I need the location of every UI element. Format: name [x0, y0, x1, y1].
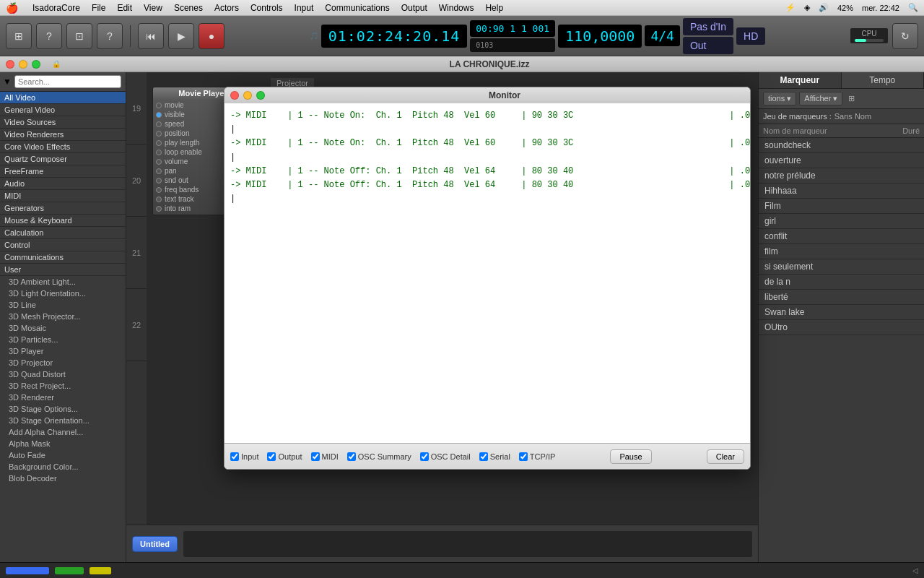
marker-si-seulement[interactable]: si seulement: [759, 259, 924, 275]
marker-notre-prelude[interactable]: notre prélude: [759, 168, 924, 184]
category-freeframe[interactable]: FreeFrame: [0, 165, 126, 178]
marker-de-la-n[interactable]: de la n: [759, 275, 924, 290]
actor-item-5[interactable]: 3D Particles...: [0, 334, 126, 345]
checkbox-input[interactable]: Input: [230, 452, 258, 461]
actor-item-3[interactable]: 3D Mesh Projector...: [0, 311, 126, 322]
actor-search-input[interactable]: [14, 75, 121, 88]
checkbox-osc-detail[interactable]: OSC Detail: [420, 452, 471, 461]
osc-detail-checkbox[interactable]: [420, 452, 429, 461]
menu-communications[interactable]: Communications: [325, 3, 389, 13]
actor-item-13[interactable]: Add Alpha Channel...: [0, 426, 126, 438]
menu-input[interactable]: Input: [295, 3, 314, 13]
actor-item-16[interactable]: Background Color...: [0, 461, 126, 473]
marker-outro[interactable]: OUtro: [759, 320, 924, 335]
pause-button[interactable]: Pause: [610, 449, 651, 464]
menu-file[interactable]: File: [92, 3, 105, 13]
input-checkbox[interactable]: [230, 452, 239, 461]
minimize-btn[interactable]: [19, 60, 27, 69]
category-video-sources[interactable]: Video Sources: [0, 116, 126, 129]
actor-item-17[interactable]: Blob Decoder: [0, 473, 126, 484]
menu-help[interactable]: Help: [485, 3, 503, 13]
toolbar-btn-3[interactable]: ⊡: [66, 23, 92, 49]
actor-item-12[interactable]: 3D Stage Orientation...: [0, 415, 126, 426]
toolbar-btn-rec[interactable]: ●: [199, 23, 225, 49]
checkbox-osc-summary[interactable]: OSC Summary: [347, 452, 411, 461]
category-mouse-keyboard[interactable]: Mouse & Keyboard: [0, 215, 126, 227]
tab-marqueur[interactable]: Marqueur: [759, 72, 842, 88]
checkbox-tcpip[interactable]: TCP/IP: [519, 452, 555, 461]
close-btn[interactable]: [6, 60, 14, 69]
category-all-video[interactable]: All Video: [0, 92, 126, 104]
checkbox-midi[interactable]: MIDI: [311, 452, 339, 461]
category-generators[interactable]: Generators: [0, 202, 126, 215]
marker-girl[interactable]: girl: [759, 214, 924, 229]
monitor-minimize-btn[interactable]: [243, 91, 252, 100]
tab-tempo[interactable]: Tempo: [842, 72, 925, 88]
category-user[interactable]: User: [0, 264, 126, 276]
actor-item-10[interactable]: 3D Renderer: [0, 392, 126, 403]
toolbar-btn-4[interactable]: ?: [97, 23, 123, 49]
category-control[interactable]: Control: [0, 239, 126, 251]
maximize-btn[interactable]: [32, 60, 40, 69]
toolbar-refresh[interactable]: ↻: [892, 23, 918, 49]
osc-summary-checkbox[interactable]: [347, 452, 356, 461]
apple-menu[interactable]: 🍎: [6, 2, 18, 14]
menu-scenes[interactable]: Scenes: [174, 3, 203, 13]
menu-controls[interactable]: Controls: [250, 3, 283, 13]
serial-checkbox[interactable]: [479, 452, 488, 461]
category-calculation[interactable]: Calculation: [0, 227, 126, 239]
port-label-snd-out: snd out: [165, 176, 188, 184]
toolbar-btn-head[interactable]: ⏮: [138, 23, 164, 49]
options-btn[interactable]: tions ▾: [763, 92, 796, 105]
toolbar-btn-2[interactable]: ?: [36, 23, 62, 49]
marker-ouverture[interactable]: ouverture: [759, 153, 924, 168]
actor-item-9[interactable]: 3D Rect Project...: [0, 380, 126, 392]
marker-conflit[interactable]: conflit: [759, 229, 924, 244]
menu-windows[interactable]: Windows: [439, 3, 474, 13]
tcpip-checkbox[interactable]: [519, 452, 528, 461]
scene-untitled-btn[interactable]: Untitled: [132, 536, 178, 552]
marker-swan-lake[interactable]: Swan lake: [759, 305, 924, 320]
category-midi[interactable]: MIDI: [0, 190, 126, 202]
midi-checkbox[interactable]: [311, 452, 320, 461]
toolbar-btn-1[interactable]: ⊞: [6, 23, 32, 49]
clear-button[interactable]: Clear: [707, 449, 744, 464]
monitor-maximize-btn[interactable]: [256, 91, 265, 100]
output-checkbox[interactable]: [267, 452, 276, 461]
actor-item-8[interactable]: 3D Quad Distort: [0, 368, 126, 380]
actor-item-15[interactable]: Auto Fade: [0, 449, 126, 461]
monitor-content[interactable]: -> MIDI | 1 -- Note On: Ch. 1 Pitch 48 V…: [225, 103, 750, 443]
category-audio[interactable]: Audio: [0, 178, 126, 190]
log-line-5: -> MIDI | 1 -- Note Off: Ch. 1 Pitch 48 …: [230, 178, 744, 192]
actor-item-7[interactable]: 3D Projector: [0, 357, 126, 368]
category-general-video[interactable]: General Video: [0, 104, 126, 116]
toolbar-btn-play[interactable]: ▶: [168, 23, 194, 49]
menubar-search[interactable]: 🔍: [908, 3, 918, 12]
actor-item-11[interactable]: 3D Stage Options...: [0, 403, 126, 415]
menu-output[interactable]: Output: [401, 3, 427, 13]
marker-hihhaaa[interactable]: Hihhaaa: [759, 184, 924, 199]
marker-film-1[interactable]: Film: [759, 199, 924, 214]
checkbox-output[interactable]: Output: [267, 452, 302, 461]
monitor-close-btn[interactable]: [230, 91, 239, 100]
time-sig-display: 4/4: [645, 25, 680, 46]
menu-actors[interactable]: Actors: [214, 3, 239, 13]
actor-item-1[interactable]: 3D Light Orientation...: [0, 288, 126, 299]
category-core-video-effects[interactable]: Core Video Effects: [0, 141, 126, 153]
menu-isadora[interactable]: IsadoraCore: [32, 3, 80, 13]
category-video-renderers[interactable]: Video Renderers: [0, 129, 126, 141]
marker-film-2[interactable]: film: [759, 244, 924, 259]
actor-item-14[interactable]: Alpha Mask: [0, 438, 126, 449]
category-quartz-composer[interactable]: Quartz Composer: [0, 153, 126, 165]
menu-view[interactable]: View: [144, 3, 162, 13]
actor-item-6[interactable]: 3D Player: [0, 345, 126, 357]
actor-item-0[interactable]: 3D Ambient Light...: [0, 276, 126, 288]
marker-liberte[interactable]: liberté: [759, 290, 924, 305]
afficher-btn[interactable]: Afficher ▾: [799, 92, 842, 105]
checkbox-serial[interactable]: Serial: [479, 452, 510, 461]
marker-soundcheck[interactable]: soundcheck: [759, 138, 924, 153]
actor-item-4[interactable]: 3D Mosaic: [0, 322, 126, 334]
actor-item-2[interactable]: 3D Line: [0, 299, 126, 311]
category-communications[interactable]: Communications: [0, 251, 126, 264]
menu-edit[interactable]: Edit: [117, 3, 132, 13]
